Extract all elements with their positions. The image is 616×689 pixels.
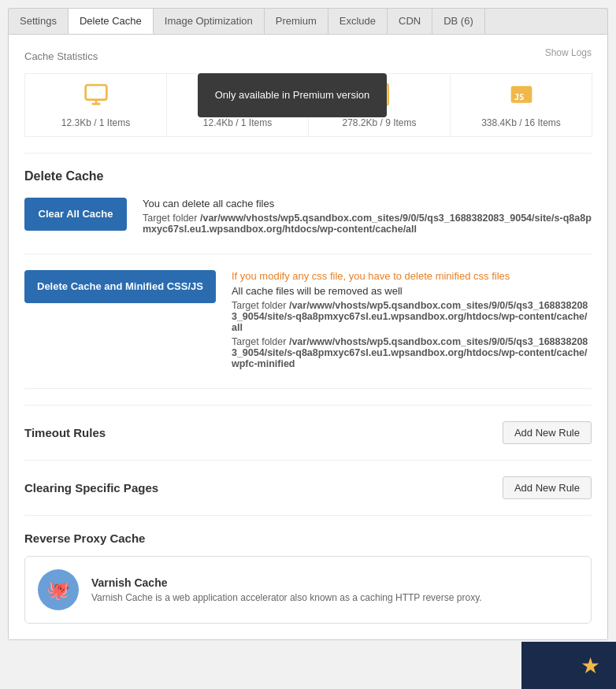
stat-item-1: 12.3Kb / 1 Items [24, 73, 167, 137]
plugin-container: Settings Delete Cache Image Optimization… [0, 0, 616, 689]
clear-all-path-label: Target folder [143, 213, 197, 224]
show-logs-link[interactable]: Show Logs [545, 47, 592, 58]
cache-stats-title: Cache Statistics [24, 50, 592, 62]
divider-4 [24, 515, 592, 516]
reverse-proxy-title: Reverse Proxy Cache [24, 532, 592, 545]
delete-css-desc2: All cache files will be removed as well [232, 285, 592, 297]
varnish-name: Varnish Cache [91, 576, 482, 589]
varnish-description: Varnish Cache is a web application accel… [91, 592, 482, 603]
delete-css-label2: Target folder [232, 336, 286, 347]
delete-css-warn: If you modify any css file, you have to … [232, 270, 592, 282]
delete-css-path1: Target folder /var/www/vhosts/wp5.qsandb… [232, 300, 592, 333]
tab-image-optimization[interactable]: Image Optimization [154, 9, 265, 34]
premium-tooltip: Only available in Premium version [198, 73, 387, 117]
stat-item-4: JS 338.4Kb / 16 Items [450, 73, 592, 137]
stat-value-4: 338.4Kb / 16 Items [481, 117, 561, 128]
stat-value-3: 278.2Kb / 9 Items [342, 117, 416, 128]
clear-all-cache-desc: You can delete all cache files Target fo… [143, 198, 592, 238]
timeout-add-rule-button[interactable]: Add New Rule [503, 421, 592, 444]
divider-3 [24, 460, 592, 461]
stat-value-1: 12.3Kb / 1 Items [61, 117, 130, 128]
delete-cache-title: Delete Cache [24, 169, 592, 183]
tab-premium[interactable]: Premium [265, 9, 328, 34]
star-icon: ★ [581, 653, 600, 679]
delete-css-cache-desc: If you modify any css file, you have to … [232, 270, 592, 372]
reverse-proxy-section: Reverse Proxy Cache 🐙 Varnish Cache Varn… [24, 532, 592, 624]
varnish-info: Varnish Cache Varnish Cache is a web app… [91, 576, 482, 603]
clear-all-path-value: /var/www/vhosts/wp5.qsandbox.com_sites/9… [143, 213, 592, 235]
delete-css-cache-button[interactable]: Delete Cache and Minified CSS/JS [24, 270, 216, 303]
tab-cdn[interactable]: CDN [388, 9, 432, 34]
tab-settings[interactable]: Settings [9, 9, 69, 34]
clearing-specific-title: Clearing Specific Pages [24, 481, 158, 495]
monitor-icon-1 [83, 82, 109, 111]
clearing-specific-section: Clearing Specific Pages Add New Rule [24, 476, 592, 499]
varnish-avatar: 🐙 [38, 569, 79, 610]
timeout-rules-section: Timeout Rules Add New Rule [24, 421, 592, 444]
delete-css-cache-row: Delete Cache and Minified CSS/JS If you … [24, 270, 592, 389]
main-panel: Show Logs Cache Statistics 12.3Kb / 1 It… [8, 34, 608, 640]
delete-css-label1: Target folder [232, 300, 286, 311]
cache-statistics-section: Cache Statistics 12.3Kb / 1 Items [24, 50, 592, 137]
tab-exclude[interactable]: Exclude [328, 9, 388, 34]
tab-db[interactable]: DB (6) [432, 9, 485, 34]
delete-css-path2: Target folder /var/www/vhosts/wp5.qsandb… [232, 336, 592, 369]
clear-all-desc-text: You can delete all cache files [143, 198, 592, 209]
premium-tooltip-text: Only available in Premium version [215, 89, 370, 101]
divider-1 [24, 153, 592, 154]
divider-2 [24, 405, 592, 406]
tab-delete-cache[interactable]: Delete Cache [69, 9, 154, 34]
bottom-bar: ★ [521, 642, 616, 689]
clear-all-cache-button[interactable]: Clear All Cache [24, 198, 127, 231]
clear-all-path: Target folder /var/www/vhosts/wp5.qsandb… [143, 213, 592, 235]
varnish-emoji: 🐙 [46, 579, 70, 601]
svg-text:JS: JS [514, 92, 524, 102]
tab-bar: Settings Delete Cache Image Optimization… [8, 8, 608, 34]
varnish-card[interactable]: 🐙 Varnish Cache Varnish Cache is a web a… [24, 556, 592, 624]
svg-rect-0 [85, 85, 106, 100]
stats-grid: 12.3Kb / 1 Items 12.4Kb / 1 Items [24, 73, 592, 137]
timeout-rules-title: Timeout Rules [24, 426, 106, 439]
clearing-specific-add-rule-button[interactable]: Add New Rule [503, 476, 592, 499]
js-icon: JS [509, 82, 534, 111]
stat-value-2: 12.4Kb / 1 Items [203, 117, 272, 128]
clear-all-cache-row: Clear All Cache You can delete all cache… [24, 198, 592, 254]
